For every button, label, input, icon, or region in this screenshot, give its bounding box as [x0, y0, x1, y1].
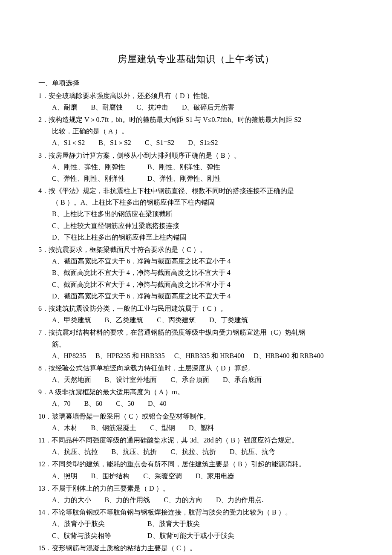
options: A、HP8235 B、HPB235 和 HRB335 C、HRB335 和 HR…	[38, 350, 354, 361]
options: A、照明 B、围护结构 C、采暖空调 D、家用电器	[38, 470, 354, 482]
option-c: C、截面高宽比不宜大于 4，净跨与截面高度之比不宜小于 4	[38, 279, 354, 290]
question-text: 12．不同类型的建筑，能耗的重点会有所不同，居住建筑主要是（ B ）引起的能源消…	[38, 458, 354, 470]
option-b: B、截面高宽比不宜大于 4，净跨与截面高度之比不宜大于 4	[38, 267, 354, 278]
option-c: C、S1=S2	[145, 137, 175, 148]
option-a: A、HP8235	[52, 350, 86, 361]
option-d: D、S1≥S2	[188, 137, 218, 148]
question-3: 3．按房屋静力计算方案，侧移从小到大排列顺序正确的是（ B ）。 A、刚性、弹性…	[38, 150, 354, 185]
options: A、刚性、弹性、刚弹性 B、刚性、刚弹性、弹性 C、弹性、刚性、刚弹性 D、弹性…	[38, 161, 354, 184]
option-c: C、弹性、刚性、刚弹性	[52, 173, 146, 184]
option-d: D、下柱比上柱多出的钢筋应伸至上柱内锚固	[38, 231, 354, 243]
option-c: C、型钢	[150, 422, 175, 434]
question-text: 6．按建筑抗震设防分类，一般的工业与民用建筑属于（ C ）。	[38, 303, 354, 314]
question-15: 15．变形钢筋与混凝土质检的粘结力主要是（ C ）。 A、化学胶结力 B、摩擦力…	[38, 542, 354, 555]
option-a: A、甲类建筑	[52, 314, 91, 326]
question-text: 13．不属于刚体上的力的三要素是（ D ）。	[38, 483, 354, 494]
option-b: B、60	[84, 398, 103, 409]
question-text: 8．按经验公式估算单桩竖向承载力特征值时，土层深度从（ D ）算起。	[38, 362, 354, 374]
option-c: C、抗拉、抗折	[170, 446, 216, 457]
option-a: A、力的大小	[52, 494, 91, 506]
options: A、力的大小 B、力的作用线 C、力的方向 D、力的作用点.	[38, 494, 354, 506]
question-8: 8．按经验公式估算单桩竖向承载力特征值时，土层深度从（ D ）算起。 A、天然地…	[38, 362, 354, 385]
question-text: 10．玻璃幕墙骨架一般采用（ C ）或铝合金型材等制作。	[38, 410, 354, 422]
option-d: D、弹性、刚弹性、刚性	[147, 173, 241, 184]
question-text: 9．A 级非抗震框架的最大适用高度为（ A ）m。	[38, 386, 354, 398]
question-6: 6．按建筑抗震设防分类，一般的工业与民用建筑属于（ C ）。 A、甲类建筑 B、…	[38, 303, 354, 326]
option-d: D、家用电器	[196, 470, 235, 482]
question-text: 7．按抗震对结构材料的要求，在普通钢筋的强度等级中纵向受力钢筋宜选用（C）热轧钢	[38, 327, 354, 338]
option-d: D、肢背可能大于或小于肢尖	[147, 530, 241, 541]
option-b: B、力的作用线	[105, 494, 150, 506]
options: A、甲类建筑 B、乙类建筑 C、丙类建筑 D、丁类建筑	[38, 314, 354, 326]
option-b: B、乙类建筑	[105, 314, 144, 326]
options: A、天然地面 B、设计室外地面 C、承台顶面 D、承台底面	[38, 374, 354, 385]
options: A、耐磨 B、耐腐蚀 C、抗冲击 D、破碎后无伤害	[38, 101, 354, 113]
option-c: C、50	[116, 398, 134, 409]
option-c: C、肢背与肢尖相等	[52, 530, 146, 541]
option-a: A、木材	[52, 422, 78, 434]
option-c: C、抗冲击	[136, 101, 168, 113]
option-a: A、抗压、抗拉	[52, 446, 98, 457]
question-text: 2．按构造规定 V＞0.7ft，bh。时的箍筋最大间距 S1 与 V≤0.7ft…	[38, 114, 354, 125]
option-c: C、采暖空调	[143, 470, 182, 482]
option-b: B、设计室外地面	[105, 374, 157, 385]
option-b: B、S1＞S2	[98, 137, 131, 148]
question-13: 13．不属于刚体上的力的三要素是（ D ）。 A、力的大小 B、力的作用线 C、…	[38, 483, 354, 506]
question-5: 5．按抗震要求，框架梁截面尺寸符合要求的是（ C ）。 A、截面高宽比不宜大于 …	[38, 244, 354, 302]
question-continuation: 筋。	[38, 338, 354, 350]
option-b: B、肢背大于肢尖	[147, 518, 241, 529]
question-4: 4．按《平法》规定，非抗震柱上下柱中钢筋直径、根数不同时的搭接连接不正确的是 （…	[38, 185, 354, 243]
option-c: C、丙类建筑	[157, 314, 196, 326]
options: A、肢背小于肢尖 B、肢背大于肢尖 C、肢背与肢尖相等 D、肢背可能大于或小于肢…	[38, 518, 354, 541]
question-text: 5．按抗震要求，框架梁截面尺寸符合要求的是（ C ）。	[38, 244, 354, 255]
option-a: A、天然地面	[52, 374, 91, 385]
option-c: C、力的方向	[164, 494, 202, 506]
question-11: 11．不同品种不同强度等级的通用硅酸盐水泥，其 3d、28d 的（ B ）强度应…	[38, 434, 354, 457]
page-title: 房屋建筑专业基础知识（上午考试）	[38, 51, 354, 67]
options: A、木材 B、钢筋混凝土 C、型钢 D、塑料	[38, 422, 354, 434]
option-d: D、丁类建筑	[209, 314, 248, 326]
option-d: D、承台底面	[223, 374, 262, 385]
option-a: A、70	[52, 398, 71, 409]
option-a: A、肢背小于肢尖	[52, 518, 146, 529]
option-a: A、耐磨	[52, 101, 78, 113]
option-b: B、耐腐蚀	[91, 101, 123, 113]
option-d: D、破碎后无伤害	[182, 101, 235, 113]
question-14: 14．不论等肢角钢或不等肢角钢与钢板焊接连接，肢背与肢尖的受力比较为（ B ）。…	[38, 506, 354, 541]
option-b: B、围护结构	[91, 470, 130, 482]
question-text: 1．安全玻璃除要求强度高以外，还必须具有（ D ）性能。	[38, 90, 354, 101]
option-b: B、刚性、刚弹性、弹性	[147, 161, 241, 173]
option-c: C、承台顶面	[170, 374, 209, 385]
option-b: B、上柱比下柱多出的钢筋应在梁顶截断	[38, 208, 354, 220]
question-text: 14．不论等肢角钢或不等肢角钢与钢板焊接连接，肢背与肢尖的受力比较为（ B ）。	[38, 506, 354, 518]
question-continuation: 比较，正确的是（ A ）。	[38, 125, 354, 137]
option-a: A、照明	[52, 470, 78, 482]
question-continuation: （ B ）。A、上柱比下柱多出的钢筋应伸至下柱内锚固	[38, 197, 354, 208]
question-text: 11．不同品种不同强度等级的通用硅酸盐水泥，其 3d、28d 的（ B ）强度应…	[38, 434, 354, 446]
options: A、抗压、抗拉 B、抗压、抗折 C、抗拉、抗折 D、抗压、抗弯	[38, 446, 354, 457]
option-d: D、HRB400 和 RRB400	[254, 350, 323, 361]
question-9: 9．A 级非抗震框架的最大适用高度为（ A ）m。 A、70 B、60 C、50…	[38, 386, 354, 409]
option-b: B、抗压、抗折	[112, 446, 157, 457]
question-2: 2．按构造规定 V＞0.7ft，bh。时的箍筋最大间距 S1 与 V≤0.7ft…	[38, 114, 354, 149]
option-d: D、截面高宽比不宜大于 6，净跨与截面高度之比不宜大于 4	[38, 290, 354, 302]
option-d: D、40	[148, 398, 167, 409]
question-10: 10．玻璃幕墙骨架一般采用（ C ）或铝合金型材等制作。 A、木材 B、钢筋混凝…	[38, 410, 354, 434]
question-text: 4．按《平法》规定，非抗震柱上下柱中钢筋直径、根数不同时的搭接连接不正确的是	[38, 185, 354, 197]
option-d: D、抗压、抗弯	[230, 446, 276, 457]
question-7: 7．按抗震对结构材料的要求，在普通钢筋的强度等级中纵向受力钢筋宜选用（C）热轧钢…	[38, 327, 354, 361]
option-b: B、HPB235 和 HRB335	[95, 350, 165, 361]
question-text: 3．按房屋静力计算方案，侧移从小到大排列顺序正确的是（ B ）。	[38, 150, 354, 161]
option-a: A、S1＜S2	[52, 137, 85, 148]
option-a: A、截面高宽比不宜大于 6，净跨与截面高度之比不宜小于 4	[38, 255, 354, 267]
option-d: D、力的作用点.	[216, 494, 264, 506]
option-b: B、钢筋混凝土	[91, 422, 137, 434]
options: A、S1＜S2 B、S1＞S2 C、S1=S2 D、S1≥S2	[38, 137, 354, 148]
question-12: 12．不同类型的建筑，能耗的重点会有所不同，居住建筑主要是（ B ）引起的能源消…	[38, 458, 354, 481]
option-c: C、HRB335 和 HRB400	[174, 350, 244, 361]
option-c: C、上柱较大直径钢筋应伸过梁底搭接连接	[38, 220, 354, 231]
option-a: A、刚性、弹性、刚弹性	[52, 161, 146, 173]
options: A、70 B、60 C、50 D、40	[38, 398, 354, 409]
section-heading: 一、单项选择	[38, 77, 354, 89]
question-1: 1．安全玻璃除要求强度高以外，还必须具有（ D ）性能。 A、耐磨 B、耐腐蚀 …	[38, 90, 354, 113]
